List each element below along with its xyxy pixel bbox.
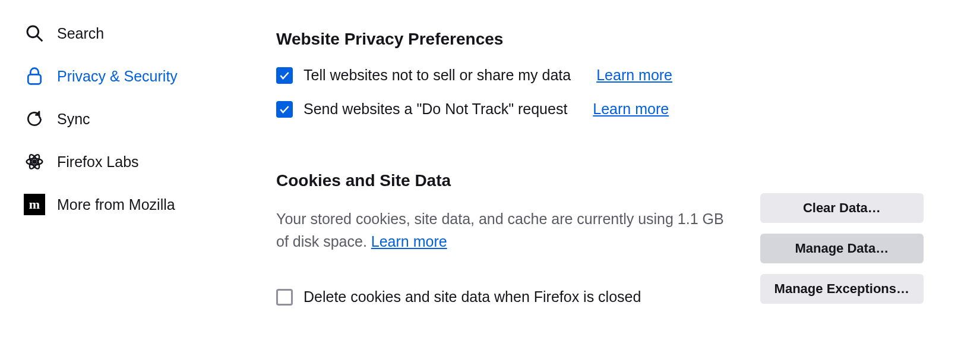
cookies-desc-suffix: of disk space.	[276, 233, 371, 250]
manage-exceptions-button[interactable]: Manage Exceptions…	[760, 274, 924, 304]
learn-more-link-cookies[interactable]: Learn more	[371, 233, 447, 250]
learn-more-link-do-not-track[interactable]: Learn more	[593, 100, 669, 118]
svg-point-3	[33, 160, 36, 163]
option-do-not-sell: Tell websites not to sell or share my da…	[276, 67, 962, 84]
sidebar-item-label: Privacy & Security	[57, 68, 178, 85]
checkbox-do-not-track[interactable]	[276, 101, 293, 118]
option-do-not-track: Send websites a "Do Not Track" request L…	[276, 100, 962, 118]
section-title-cookies: Cookies and Site Data	[276, 171, 962, 190]
atom-icon	[24, 151, 45, 172]
clear-data-button[interactable]: Clear Data…	[760, 193, 924, 223]
option-label: Send websites a "Do Not Track" request	[304, 100, 567, 118]
cookies-desc-prefix: Your stored cookies, site data, and cach…	[276, 210, 678, 227]
cookies-desc-size: 1.1 GB	[678, 210, 724, 227]
svg-line-1	[37, 36, 43, 42]
manage-data-button[interactable]: Manage Data…	[760, 234, 924, 263]
lock-icon	[24, 65, 45, 87]
svg-point-0	[27, 26, 39, 37]
option-label: Delete cookies and site data when Firefo…	[304, 288, 641, 306]
main-content: Website Privacy Preferences Tell website…	[255, 0, 980, 343]
sidebar-item-label: Sync	[57, 111, 90, 128]
sidebar-item-firefox-labs[interactable]: Firefox Labs	[18, 140, 255, 183]
sidebar-item-more-mozilla[interactable]: m More from Mozilla	[18, 183, 255, 226]
section-website-privacy: Website Privacy Preferences Tell website…	[276, 30, 962, 118]
sidebar-item-label: Firefox Labs	[57, 153, 139, 171]
search-icon	[24, 23, 45, 44]
cookies-buttons: Clear Data… Manage Data… Manage Exceptio…	[760, 193, 924, 304]
checkbox-delete-cookies-on-close[interactable]	[276, 289, 293, 306]
cookies-description: Your stored cookies, site data, and cach…	[276, 208, 734, 253]
mozilla-logo-icon: m	[24, 194, 45, 215]
sidebar-item-privacy-security[interactable]: Privacy & Security	[18, 55, 255, 97]
checkbox-do-not-sell[interactable]	[276, 67, 293, 84]
sync-icon	[24, 108, 45, 130]
svg-rect-2	[28, 74, 40, 84]
sidebar-item-search[interactable]: Search	[18, 12, 255, 55]
sidebar-item-sync[interactable]: Sync	[18, 97, 255, 140]
section-title-privacy: Website Privacy Preferences	[276, 30, 962, 49]
sidebar-item-label: More from Mozilla	[57, 196, 175, 213]
sidebar-item-label: Search	[57, 25, 104, 42]
learn-more-link-do-not-sell[interactable]: Learn more	[596, 67, 672, 84]
sidebar: Search Privacy & Security Sync	[0, 0, 255, 343]
option-label: Tell websites not to sell or share my da…	[304, 67, 571, 84]
